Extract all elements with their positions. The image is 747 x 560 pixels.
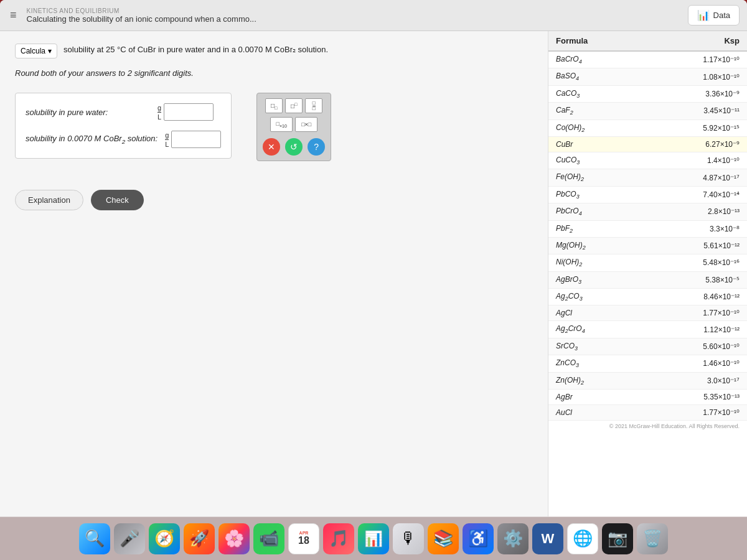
dock-chrome[interactable]: 🌐 — [567, 523, 598, 554]
fraction-btn[interactable]: □ □ — [305, 98, 322, 113]
multiply-btn[interactable]: □×□ — [295, 117, 317, 132]
solubility-pure-water-input[interactable] — [164, 103, 214, 121]
dock-books[interactable]: 📚 — [428, 523, 459, 554]
formula-cell: AgBr — [548, 390, 643, 405]
table-row: Fe(OH)24.87×10⁻¹⁷ — [548, 169, 747, 186]
dock-launchpad[interactable]: 🚀 — [184, 523, 215, 554]
table-row: CuCO31.4×10⁻¹⁰ — [548, 152, 747, 169]
unit-numerator-2: g — [165, 131, 169, 140]
unit-denominator-2: L — [165, 140, 169, 148]
input-label-1: solubility in pure water: — [26, 108, 150, 117]
left-panel: Calcula ▾ solubility at 25 °C of CuBr in… — [0, 31, 548, 516]
dock-system-prefs[interactable]: ⚙️ — [497, 523, 529, 554]
music-icon: 🎵 — [329, 529, 349, 548]
dock-stats[interactable]: 📊 — [358, 523, 389, 554]
ksp-cell: 5.61×10⁻¹² — [643, 237, 747, 254]
input-label-2: solubility in 0.0070 M CoBr2 solution: — [26, 134, 157, 145]
formula-cell: CuCO3 — [548, 152, 643, 169]
ksp-cell: 5.92×10⁻¹⁵ — [643, 119, 747, 136]
table-row: Ag2CO38.46×10⁻¹² — [548, 289, 747, 306]
ksp-cell: 5.60×10⁻¹⁰ — [643, 338, 747, 355]
table-row: BaSO41.08×10⁻¹⁰ — [548, 68, 747, 85]
title-bar: ≡ KINETICS AND EQUILIBRIUM Calculating t… — [0, 0, 747, 31]
toolbar-row-1: □□ □□ □ □ — [262, 98, 326, 113]
formula-cell: AgBrO3 — [548, 271, 643, 288]
data-button[interactable]: 📊 Data — [688, 5, 740, 26]
solubility-cobr2-input[interactable] — [171, 131, 221, 148]
input-field-group-1: g L — [157, 103, 214, 121]
explanation-button[interactable]: Explanation — [15, 190, 83, 210]
formula-cell: Mg(OH)2 — [548, 237, 643, 254]
accessibility-icon: ♿ — [468, 529, 488, 548]
help-button[interactable]: ? — [308, 138, 325, 156]
calc-dropdown-label: Calcula — [21, 47, 45, 55]
formula-cell: Ni(OH)2 — [548, 254, 643, 271]
formula-cell: Ag2CrO4 — [548, 321, 643, 338]
table-row: Zn(OH)23.0×10⁻¹⁷ — [548, 372, 747, 389]
math-toolbar: □□ □□ □ □ — [256, 93, 331, 161]
ksp-cell: 1.77×10⁻¹⁰ — [643, 405, 747, 421]
problem-header: Calcula ▾ solubility at 25 °C of CuBr in… — [15, 44, 533, 58]
unit-denominator-1: L — [157, 113, 161, 121]
dock-safari[interactable]: 🧭 — [149, 523, 180, 554]
dock-photos[interactable]: 🌸 — [218, 523, 250, 554]
subscript-btn[interactable]: □□ — [265, 98, 283, 113]
ksp-column-header: Ksp — [643, 31, 747, 51]
cancel-button[interactable]: ✕ — [263, 138, 280, 156]
data-icon: 📊 — [697, 9, 710, 21]
dock-finder[interactable]: 🔍 — [79, 523, 110, 554]
ksp-cell: 4.87×10⁻¹⁷ — [643, 169, 747, 186]
sig-figs-note: Round both of your answers to 2 signific… — [15, 68, 533, 78]
ksp-cell: 1.77×10⁻¹⁰ — [643, 306, 747, 321]
dock-mic[interactable]: 🎙 — [393, 523, 424, 554]
mic-icon: 🎙 — [400, 529, 416, 548]
right-panel: Formula Ksp BaCrO41.17×10⁻¹⁰BaSO41.08×10… — [548, 31, 747, 516]
problem-statement: solubility at 25 °C of CuBr in pure wate… — [63, 44, 533, 56]
check-button[interactable]: Check — [91, 190, 144, 210]
copyright-text: © 2021 McGraw-Hill Education. All Rights… — [548, 421, 747, 432]
table-row: Ni(OH)25.48×10⁻¹⁶ — [548, 254, 747, 271]
chevron-down-icon: ▾ — [48, 47, 52, 55]
ksp-cell: 1.08×10⁻¹⁰ — [643, 68, 747, 85]
dock-camera[interactable]: 📷 — [602, 523, 633, 554]
calc-dropdown[interactable]: Calcula ▾ — [15, 44, 57, 58]
ksp-cell: 6.27×10⁻⁹ — [643, 136, 747, 152]
table-row: AgBrO35.38×10⁻⁵ — [548, 271, 747, 288]
dock: 🔍 🎤 🧭 🚀 🌸 📹 APR 18 🎵 📊 🎙 📚 ♿ ⚙️ W — [0, 516, 747, 560]
formula-cell: PbCrO4 — [548, 203, 643, 220]
dock-accessibility[interactable]: ♿ — [463, 523, 494, 554]
scientific-notation-btn[interactable]: □×10 — [270, 117, 293, 132]
table-row: PbCO37.40×10⁻¹⁴ — [548, 186, 747, 203]
ksp-cell: 3.36×10⁻⁹ — [643, 85, 747, 102]
subject-label: KINETICS AND EQUILIBRIUM — [27, 7, 680, 14]
superscript-btn[interactable]: □□ — [285, 98, 303, 113]
ksp-cell: 3.3×10⁻⁸ — [643, 220, 747, 237]
photos-icon: 🌸 — [224, 529, 244, 548]
unit-display-2: g L — [165, 131, 169, 148]
table-row: Ag2CrO41.12×10⁻¹² — [548, 321, 747, 338]
dock-trash[interactable]: 🗑️ — [637, 523, 668, 554]
toolbar-row-2: □×10 □×□ — [262, 117, 326, 132]
ksp-cell: 8.46×10⁻¹² — [643, 289, 747, 306]
table-row: SrCO35.60×10⁻¹⁰ — [548, 338, 747, 355]
dock-facetime[interactable]: 📹 — [253, 523, 284, 554]
dock-calendar[interactable]: APR 18 — [288, 523, 319, 554]
problem-title: Calculating the solubility of an ionic c… — [27, 14, 680, 24]
trash-icon: 🗑️ — [642, 529, 662, 548]
table-row: BaCrO41.17×10⁻¹⁰ — [548, 51, 747, 68]
data-button-label: Data — [713, 11, 730, 20]
safari-icon: 🧭 — [154, 529, 174, 548]
toolbar-action-row: ✕ ↺ ? — [262, 138, 326, 156]
dock-siri[interactable]: 🎤 — [114, 523, 145, 554]
dock-music[interactable]: 🎵 — [323, 523, 354, 554]
formula-column-header: Formula — [548, 31, 643, 51]
formula-cell: Zn(OH)2 — [548, 372, 643, 389]
hamburger-icon[interactable]: ≡ — [7, 6, 19, 24]
input-section: solubility in pure water: g L — [15, 93, 232, 159]
formula-cell: Ag2CO3 — [548, 289, 643, 306]
table-row: PbCrO42.8×10⁻¹³ — [548, 203, 747, 220]
table-row: Mg(OH)25.61×10⁻¹² — [548, 237, 747, 254]
input-field-group-2: g L — [165, 131, 221, 148]
undo-button[interactable]: ↺ — [285, 138, 303, 156]
dock-word[interactable]: W — [532, 523, 563, 554]
